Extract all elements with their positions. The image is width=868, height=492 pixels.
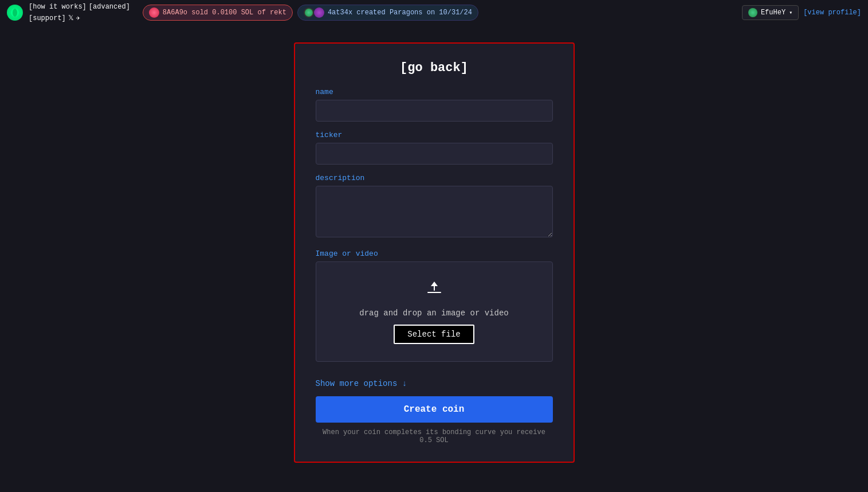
upload-dropzone[interactable]: drag and drop an image or video Select f…: [316, 261, 553, 362]
description-label: description: [316, 174, 553, 182]
show-more-options-link[interactable]: Show more options ↓: [316, 379, 553, 388]
telegram-icon[interactable]: ✈: [76, 14, 80, 22]
description-input[interactable]: [316, 186, 553, 237]
svg-rect-2: [427, 292, 441, 293]
profile-avatar: [748, 8, 757, 17]
nav-right: EfuHeY ▾ [view profile]: [742, 5, 861, 20]
how-it-works-link[interactable]: [how it works]: [29, 3, 87, 11]
ticker-input[interactable]: [316, 143, 553, 165]
image-label: Image or video: [316, 249, 553, 258]
top-nav: [how it works] [advanced] [support] 𝕏 ✈ …: [0, 0, 868, 25]
ticker-item-2[interactable]: 4at34x created Paragons on 10/31/24: [297, 5, 478, 21]
svg-marker-4: [431, 282, 438, 286]
view-profile-link[interactable]: [view profile]: [803, 9, 861, 17]
upload-icon: [425, 279, 443, 302]
profile-button[interactable]: EfuHeY ▾: [742, 5, 799, 20]
go-back-link[interactable]: [go back]: [316, 61, 553, 75]
logo-icon[interactable]: [7, 5, 23, 21]
support-link[interactable]: [support]: [29, 14, 66, 22]
ticker-dot-2b: [314, 7, 324, 18]
name-label: name: [316, 88, 553, 96]
profile-username: EfuHeY: [761, 9, 785, 17]
ticker-text-1: 8A6A9o sold 0.0100 SOL of rekt: [163, 9, 286, 17]
image-field-group: Image or video drag and drop an image or…: [316, 249, 553, 362]
nav-links: [how it works] [advanced] [support] 𝕏 ✈: [29, 3, 130, 23]
ticker-feed: 8A6A9o sold 0.0100 SOL of rekt 4at34x cr…: [143, 5, 478, 21]
name-input[interactable]: [316, 100, 553, 122]
ticker-text-2: 4at34x created Paragons on 10/31/24: [328, 9, 472, 17]
form-card: [go back] name ticker description Image …: [294, 42, 575, 463]
ticker-label: ticker: [316, 131, 553, 139]
upload-drag-text: drag and drop an image or video: [359, 309, 508, 318]
chevron-down-icon: ▾: [789, 9, 792, 16]
select-file-button[interactable]: Select file: [394, 325, 474, 344]
ticker-item-1[interactable]: 8A6A9o sold 0.0100 SOL of rekt: [143, 5, 293, 21]
svg-point-1: [13, 9, 17, 17]
description-field-group: description: [316, 174, 553, 240]
create-coin-button[interactable]: Create coin: [316, 396, 553, 423]
name-field-group: name: [316, 88, 553, 122]
bonding-note: When your coin completes its bonding cur…: [316, 428, 553, 444]
main-content: [go back] name ticker description Image …: [0, 25, 868, 463]
ticker-dot-1: [149, 7, 159, 18]
twitter-icon[interactable]: 𝕏: [68, 14, 74, 22]
ticker-dot-2: [304, 7, 314, 18]
ticker-field-group: ticker: [316, 131, 553, 165]
advanced-link[interactable]: [advanced]: [89, 3, 130, 11]
